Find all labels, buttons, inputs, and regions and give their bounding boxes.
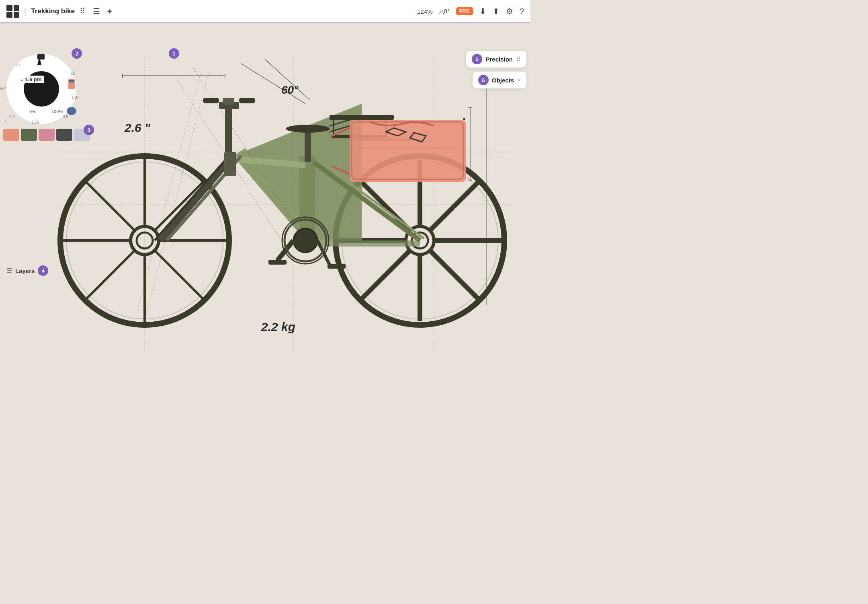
svg-rect-70 <box>350 120 466 182</box>
svg-rect-52 <box>239 98 255 103</box>
svg-rect-62 <box>268 260 287 265</box>
svg-point-56 <box>286 125 330 133</box>
arrow-down-icon[interactable]: ↓ <box>4 117 7 124</box>
canvas-area[interactable]: 60° 2.6 " 2.2 kg 1 25 75 10 1.37 <box>0 23 530 352</box>
svg-text:0%: 0% <box>29 109 36 114</box>
svg-rect-66 <box>330 115 394 120</box>
help-icon[interactable]: ? <box>520 7 524 16</box>
svg-text:100%: 100% <box>51 109 63 114</box>
precision-panel[interactable]: 5 Precision ⠿ <box>466 51 526 68</box>
badge-5: 5 <box>472 54 482 64</box>
grid-dots-icon[interactable]: ⠿ <box>80 6 86 16</box>
svg-text:3.5: 3.5 <box>63 115 68 119</box>
brush-dial[interactable]: 25 75 10 1.37 3.5 12.8 3.5 0% 100% <box>3 51 80 127</box>
badge-6: 6 <box>478 75 489 85</box>
svg-rect-53 <box>223 98 234 105</box>
svg-text:2.2 kg: 2.2 kg <box>261 320 295 333</box>
svg-rect-99 <box>37 54 45 60</box>
badge-3: 3 <box>84 125 94 135</box>
settings-icon[interactable]: ⚙ <box>506 6 513 16</box>
svg-text:10: 10 <box>71 71 76 76</box>
brush-size-label: ≡ 1.6 pts <box>18 76 44 83</box>
svg-text:1.37: 1.37 <box>72 95 80 100</box>
app-grid-icon[interactable] <box>6 5 19 18</box>
svg-rect-49 <box>225 102 232 158</box>
download-icon[interactable]: ⬇ <box>479 6 486 16</box>
swatch-row: 3 <box>3 129 90 141</box>
dial-svg: 25 75 10 1.37 3.5 12.8 3.5 0% 100% <box>3 51 80 127</box>
badge-2: 2 <box>72 48 82 59</box>
topbar: | Trekking bike ⠿ ☰ ⌖ 124% △0° PRO ⬇ ⬆ ⚙… <box>0 0 530 23</box>
layers-row[interactable]: ☰ Layers 4 <box>6 265 48 276</box>
topbar-icons: ⠿ ☰ ⌖ <box>80 6 112 16</box>
badge-1: 1 <box>169 48 179 59</box>
bike-sketch-svg: 60° 2.6 " 2.2 kg <box>0 23 530 352</box>
objects-label: Objects <box>492 77 514 84</box>
svg-marker-43 <box>305 240 420 247</box>
brush-tool-panel[interactable]: 25 75 10 1.37 3.5 12.8 3.5 0% 100% <box>3 51 80 127</box>
undo-icon[interactable]: ↩ <box>0 84 6 92</box>
rotation-info: △0° <box>439 8 450 15</box>
ruler-badge-container: 1 <box>169 48 179 59</box>
svg-rect-51 <box>203 98 219 103</box>
layers-label: Layers <box>15 267 35 274</box>
svg-point-96 <box>67 107 76 115</box>
objects-panel[interactable]: 6 Objects ⌖ <box>473 72 526 88</box>
svg-text:60°: 60° <box>281 84 299 96</box>
menu-icon[interactable]: ☰ <box>93 6 100 16</box>
pro-badge[interactable]: PRO <box>456 7 473 15</box>
precision-label: Precision <box>485 56 513 63</box>
topbar-right: 124% △0° PRO ⬇ ⬆ ⚙ ? <box>417 6 524 16</box>
right-panel: 5 Precision ⠿ 6 Objects ⌖ <box>466 51 526 88</box>
svg-text:3.5: 3.5 <box>9 115 15 119</box>
brush-size-value: 1.6 pts <box>25 76 41 82</box>
svg-rect-63 <box>328 264 346 269</box>
swatch-pink[interactable] <box>39 129 55 141</box>
topbar-left: | Trekking bike ⠿ ☰ ⌖ <box>6 5 417 18</box>
swatch-dark[interactable] <box>56 129 72 141</box>
svg-text:12.8: 12.8 <box>31 120 39 125</box>
swatch-olive[interactable] <box>21 129 37 141</box>
svg-text:75: 75 <box>15 62 20 67</box>
svg-rect-95 <box>69 80 74 82</box>
zoom-level[interactable]: 124% <box>417 8 432 15</box>
lasso-right-icon[interactable]: ⌖ <box>517 76 521 84</box>
doc-title: Trekking bike <box>31 7 75 15</box>
grid-dots-right-icon[interactable]: ⠿ <box>516 55 521 63</box>
upload-icon[interactable]: ⬆ <box>493 6 500 16</box>
svg-text:2.6 ": 2.6 " <box>124 121 151 134</box>
svg-rect-55 <box>305 130 311 162</box>
lasso-icon[interactable]: ⌖ <box>107 7 112 16</box>
swatch-salmon[interactable] <box>3 129 19 141</box>
badge-4: 4 <box>38 265 48 276</box>
color-palette: 3 <box>3 129 90 141</box>
